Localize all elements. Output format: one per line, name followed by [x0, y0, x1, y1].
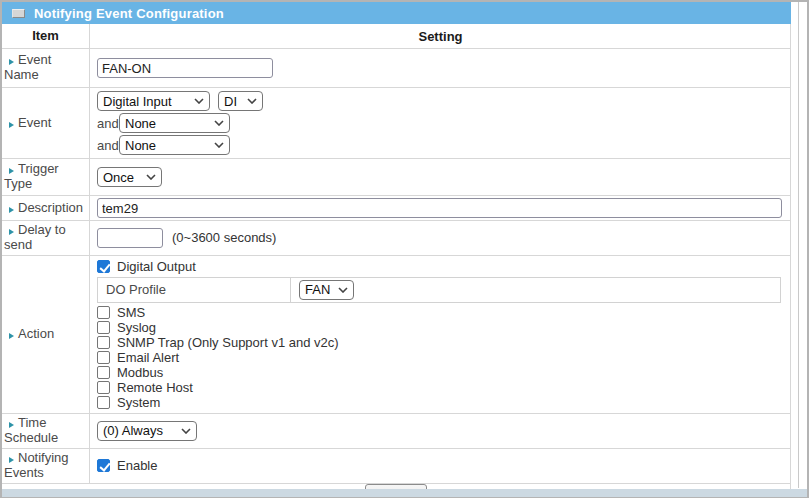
delay-label: Delay to send: [4, 222, 66, 252]
config-panel: Notifying Event Configuration Item Setti…: [2, 2, 791, 498]
checkbox-icon: [97, 260, 110, 273]
event-name-input[interactable]: [97, 58, 273, 78]
bullet-arrow-icon: [9, 333, 14, 339]
checkbox-icon: [97, 396, 110, 409]
bullet-arrow-icon: [9, 229, 14, 235]
row-delay-to-send: Delay to send (0~3600 seconds): [2, 221, 790, 256]
table-header-row: Item Setting: [2, 24, 790, 49]
do-profile-subtable: DO Profile FAN: [97, 277, 781, 303]
panel-title-bar: Notifying Event Configuration: [2, 2, 791, 24]
sms-checkbox[interactable]: SMS: [97, 305, 145, 320]
checkbox-icon: [97, 306, 110, 319]
digital-output-checkbox[interactable]: Digital Output: [97, 259, 196, 275]
description-label: Description: [18, 200, 83, 215]
bullet-arrow-icon: [9, 122, 14, 128]
remote-host-checkbox[interactable]: Remote Host: [97, 380, 193, 395]
row-notifying-events: Notifying Events Enable: [2, 449, 790, 484]
snmp-trap-checkbox[interactable]: SNMP Trap (Only Support v1 and v2c): [97, 335, 339, 350]
event-and-select-2[interactable]: None: [119, 135, 230, 155]
delay-range-hint: (0~3600 seconds): [172, 230, 276, 245]
footer-bar: [2, 489, 807, 497]
action-label: Action: [18, 326, 54, 341]
checkbox-icon: [97, 381, 110, 394]
item-column-header: Item: [2, 24, 90, 48]
bullet-arrow-icon: [9, 457, 14, 463]
bullet-arrow-icon: [9, 168, 14, 174]
section-box-icon: [12, 9, 25, 18]
chevron-down-icon: [214, 120, 224, 126]
row-description: Description: [2, 196, 790, 221]
delay-input[interactable]: [97, 228, 163, 248]
checkbox-icon: [97, 366, 110, 379]
enable-checkbox[interactable]: Enable: [97, 458, 157, 473]
system-checkbox[interactable]: System: [97, 395, 160, 410]
row-event: Event Digital Input DI and: [2, 88, 790, 159]
event-and-select-1[interactable]: None: [119, 113, 230, 133]
setting-column-header: Setting: [90, 24, 790, 48]
row-time-schedule: Time Schedule (0) Always: [2, 414, 790, 449]
chevron-down-icon: [194, 98, 204, 104]
event-type-select[interactable]: Digital Input: [97, 91, 210, 111]
bullet-arrow-icon: [9, 422, 14, 428]
trigger-type-label: Trigger Type: [4, 161, 59, 191]
bullet-arrow-icon: [9, 207, 14, 213]
page-divider-line: [798, 2, 799, 488]
row-event-name: Event Name: [2, 49, 790, 88]
and-label: and: [97, 116, 119, 131]
time-schedule-select[interactable]: (0) Always: [97, 421, 197, 441]
checkbox-icon: [97, 321, 110, 334]
trigger-type-select[interactable]: Once: [97, 167, 162, 187]
chevron-down-icon: [247, 98, 257, 104]
do-profile-select[interactable]: FAN: [299, 280, 354, 300]
syslog-checkbox[interactable]: Syslog: [97, 320, 156, 335]
notifying-event-configuration-page: Notifying Event Configuration Item Setti…: [0, 0, 809, 498]
event-label: Event: [18, 115, 51, 130]
settings-table: Item Setting Event Name Event Digital In…: [2, 24, 791, 498]
time-schedule-label: Time Schedule: [4, 415, 58, 445]
chevron-down-icon: [146, 174, 156, 180]
notifying-events-label: Notifying Events: [4, 450, 69, 480]
checkbox-icon: [97, 336, 110, 349]
checkbox-icon: [97, 459, 110, 472]
event-name-label: Event Name: [4, 52, 51, 82]
email-alert-checkbox[interactable]: Email Alert: [97, 350, 179, 365]
chevron-down-icon: [181, 428, 191, 434]
chevron-down-icon: [338, 287, 348, 293]
modbus-checkbox[interactable]: Modbus: [97, 365, 163, 380]
row-action: Action Digital Output DO Profile FAN: [2, 256, 790, 414]
event-di-select[interactable]: DI: [218, 91, 263, 111]
bullet-arrow-icon: [9, 59, 14, 65]
page-title: Notifying Event Configuration: [34, 6, 224, 21]
chevron-down-icon: [214, 142, 224, 148]
row-trigger-type: Trigger Type Once: [2, 159, 790, 196]
description-input[interactable]: [97, 198, 782, 218]
and-label: and: [97, 138, 119, 153]
do-profile-label: DO Profile: [98, 278, 291, 302]
checkbox-icon: [97, 351, 110, 364]
